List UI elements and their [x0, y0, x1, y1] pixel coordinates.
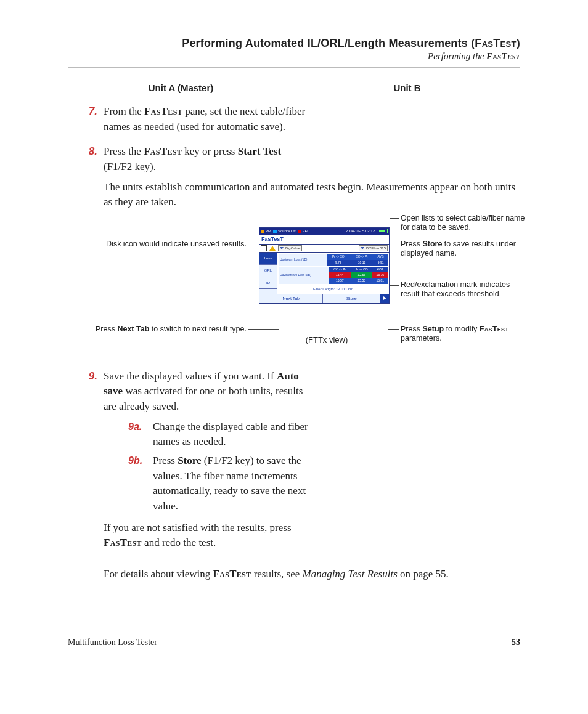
text: Press — [401, 240, 422, 248]
text-bold: Next Tab — [117, 325, 149, 333]
substep-number: 9b. — [128, 453, 153, 514]
left-tabs: Loss ORL ID — [259, 253, 277, 294]
upstream-table: Upstream Loss (dB) Pr -> CO CO -> Pr AVG… — [279, 254, 388, 266]
footer-doc-title: Multifunction Loss Tester — [68, 638, 157, 647]
text: on page 55. — [398, 568, 449, 580]
leader-line — [390, 285, 399, 286]
brand-fastest: FasTest — [486, 51, 520, 61]
step-number: 7. — [68, 104, 104, 139]
bottom-buttons: Next Tab Store — [259, 294, 389, 303]
step-body: From the FasTest pane, set the next cabl… — [104, 104, 307, 139]
leader-line — [390, 218, 390, 246]
substep-body: Press Store (F1/F2 key) to save the valu… — [153, 453, 313, 514]
cell: 9.72 — [327, 260, 350, 266]
step-list: 7. From the FasTest pane, set the next c… — [68, 104, 520, 582]
substep-number: 9a. — [128, 420, 153, 450]
step-number: 8. — [68, 144, 104, 215]
cell: 15.56 — [351, 278, 372, 283]
step-body: Save the displayed values if you want. I… — [104, 369, 313, 556]
title-text: Performing Automated IL/ORL/Length Measu… — [182, 37, 475, 49]
table-caption: Downstream Loss (dB) — [279, 267, 329, 284]
brand-fastest: FasTest — [144, 105, 182, 117]
text: and redo the test. — [142, 537, 216, 548]
page-title: Performing Automated IL/ORL/Length Measu… — [68, 37, 520, 50]
cell-pass: 12.55 — [351, 272, 372, 278]
cell: 16.57 — [329, 278, 351, 283]
fttx-diagram: Disk icon would indicate unsaved results… — [68, 221, 520, 357]
col-head: Pr -> CO — [327, 254, 350, 259]
text-bold: Store — [178, 455, 201, 466]
link-text: Managing Test Results — [302, 568, 397, 580]
brand-fastest: FasTest — [475, 37, 516, 49]
text: For details about viewing — [104, 568, 213, 580]
tab-orl[interactable]: ORL — [259, 265, 277, 277]
annot-setup: Press Setup to modify FasTest parameters… — [401, 325, 530, 344]
col-head: AVG — [374, 254, 388, 259]
text: From the — [104, 105, 144, 117]
downstream-table: Downstream Loss (dB) CO -> Pr Pr -> CO A… — [279, 267, 388, 284]
annot-disk: Disk icon would indicate unsaved results… — [92, 240, 247, 249]
cable-dropdown[interactable]: BigCable — [278, 245, 302, 252]
setup-arrow-button[interactable] — [380, 294, 389, 303]
results-panel: Upstream Loss (dB) Pr -> CO CO -> Pr AVG… — [277, 253, 389, 294]
brand-fastest: FasTest — [144, 145, 182, 157]
text-bold: Start Test — [238, 145, 281, 157]
col-head: Pr -> CO — [351, 267, 372, 272]
text-bold: Store — [422, 240, 442, 248]
title-text-end: ) — [517, 37, 520, 49]
text: (F1/F2 key). — [104, 161, 156, 172]
leader-line — [248, 329, 279, 330]
warning-icon — [269, 246, 276, 251]
tab-id[interactable]: ID — [259, 277, 277, 290]
step-8-result: The units establish communication and au… — [104, 180, 520, 210]
status-source: Source Off — [273, 229, 296, 234]
unit-a-label: Unit A (Master) — [68, 83, 294, 93]
brand-fastest: FasTest — [213, 568, 251, 580]
text: Press the — [104, 145, 144, 157]
cell: 9.91 — [374, 260, 388, 266]
annot-nexttab: Press Next Tab to switch to next result … — [92, 325, 247, 335]
status-pm: PM — [261, 229, 271, 234]
text: results, see — [251, 568, 302, 580]
text: parameters. — [401, 334, 442, 343]
cell-fail: 13.76 — [372, 272, 388, 278]
page-header: Performing Automated IL/ORL/Length Measu… — [68, 37, 520, 62]
text: Press — [153, 455, 178, 466]
text: If you are not satisfied with the result… — [104, 522, 292, 533]
step-7: 7. From the FasTest pane, set the next c… — [68, 104, 520, 139]
substep-body: Change the displayed cable and fiber nam… — [153, 420, 313, 450]
leader-line — [390, 218, 399, 219]
step-number: 9. — [68, 369, 104, 556]
tab-loss[interactable]: Loss — [259, 253, 277, 265]
cell: 16.81 — [372, 278, 388, 283]
status-time: 2004-11-05 02:12 — [346, 229, 375, 234]
fiber-dropdown[interactable]: BCFiber015 — [359, 245, 388, 252]
file-row: BigCable BCFiber015 — [259, 245, 389, 253]
leader-line — [388, 329, 399, 330]
annot-store: Press Store to save results under displa… — [401, 240, 530, 259]
store-button[interactable]: Store — [323, 294, 380, 303]
brand-fastest: FasTest — [104, 537, 142, 548]
screen-title: FasTesT — [259, 235, 389, 245]
text: was activated for one or both units, res… — [104, 385, 303, 412]
step-8: 8. Press the FasTest key or press Start … — [68, 144, 520, 215]
header-rule — [68, 67, 520, 68]
unit-b-label: Unit B — [294, 83, 520, 93]
text: to switch to next result type. — [149, 325, 247, 333]
disk-icon — [261, 245, 267, 251]
final-note: For details about viewing FasTest result… — [104, 567, 520, 582]
text-bold: Setup — [422, 325, 444, 333]
text: key or press — [182, 145, 238, 157]
annot-openlist: Open lists to select cable/fiber name fo… — [401, 214, 530, 233]
brand-fastest: FasTest — [480, 325, 508, 333]
text: to modify — [444, 325, 480, 333]
subtitle-text: Performing the — [428, 51, 486, 61]
status-vfl: VFL — [298, 229, 309, 234]
status-bar: PM Source Off VFL 2004-11-05 02:12 — [259, 228, 389, 235]
diagram-caption: (FTTx view) — [290, 335, 364, 346]
page: Performing Automated IL/ORL/Length Measu… — [0, 0, 588, 672]
step-9a: 9a. Change the displayed cable and fiber… — [128, 420, 313, 450]
screen-body: Loss ORL ID Upstream Loss (dB) Pr -> CO … — [259, 253, 389, 294]
column-headings: Unit A (Master) Unit B — [68, 83, 520, 93]
next-tab-button[interactable]: Next Tab — [259, 294, 323, 303]
